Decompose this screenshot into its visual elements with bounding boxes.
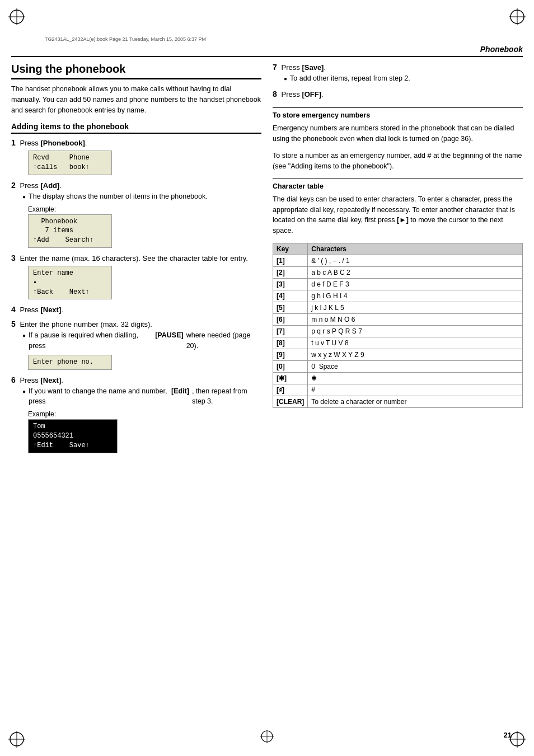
step-1: 1 Press [Phonebook]. Rcvd Phone ↑calls b… bbox=[11, 138, 261, 175]
step-2: 2 Press [Add]. The display shows the num… bbox=[11, 181, 261, 248]
step-5-bullet: If a pause is required when dialling, pr… bbox=[22, 330, 261, 351]
step-1-display: Rcvd Phone ↑calls book↑ bbox=[28, 151, 261, 175]
char-table-header-chars: Characters bbox=[308, 243, 523, 255]
table-row: [9] w x y z W X Y Z 9 bbox=[273, 349, 523, 360]
key-chars: j k l J K L 5 bbox=[308, 302, 523, 313]
table-row: [♯] # bbox=[273, 384, 523, 396]
key-chars: p q r s P Q R S 7 bbox=[308, 325, 523, 337]
key-label: [1] bbox=[273, 255, 308, 266]
key-label: [♯] bbox=[273, 384, 308, 396]
key-chars: & ' ( ) , – . / 1 bbox=[308, 255, 523, 266]
table-row: [6] m n o M N O 6 bbox=[273, 313, 523, 325]
step-3-display: Enter name ▪ ↑Back Next↑ bbox=[28, 266, 261, 299]
step-6-example-label: Example: bbox=[28, 410, 261, 418]
table-row: [CLEAR] To delete a character or number bbox=[273, 396, 523, 407]
section-title: Using the phonebook bbox=[11, 63, 261, 79]
key-chars: 0 Space bbox=[308, 360, 523, 372]
step-5: 5 Enter the phone number (max. 32 digits… bbox=[11, 320, 261, 369]
table-row: [1] & ' ( ) , – . / 1 bbox=[273, 255, 523, 266]
key-chars: d e f D E F 3 bbox=[308, 278, 523, 290]
key-label: [7] bbox=[273, 325, 308, 337]
char-table-header-key: Key bbox=[273, 243, 308, 255]
file-info: TG2431AL_2432AL(e).book Page 21 Tuesday,… bbox=[45, 36, 523, 42]
emergency-section: To store emergency numbers Emergency num… bbox=[273, 107, 523, 172]
step-2-display: Example: Phonebook 7 items ↑Add Search↑ bbox=[28, 205, 261, 248]
step-7-bullet: To add other items, repeat from step 2. bbox=[284, 73, 523, 84]
key-label: [4] bbox=[273, 290, 308, 302]
key-chars: ✱ bbox=[308, 372, 523, 384]
key-label: [5] bbox=[273, 302, 308, 313]
table-row: [3] d e f D E F 3 bbox=[273, 278, 523, 290]
subsection-title: Adding items to the phonebook bbox=[11, 122, 261, 134]
emergency-text2: To store a number as an emergency number… bbox=[273, 151, 523, 172]
table-row: [2] a b c A B C 2 bbox=[273, 266, 523, 278]
step-2-bullet: The display shows the number of items in… bbox=[22, 191, 261, 202]
corner-mark-bl bbox=[8, 731, 25, 748]
key-chars: To delete a character or number bbox=[308, 396, 523, 407]
step-6-number: 6 Press [Next]. bbox=[11, 375, 261, 384]
left-column: Using the phonebook The handset phoneboo… bbox=[11, 63, 261, 459]
step-6: 6 Press [Next]. If you want to change th… bbox=[11, 375, 261, 453]
bottom-center-mark bbox=[260, 730, 274, 745]
two-column-layout: Using the phonebook The handset phoneboo… bbox=[11, 63, 523, 459]
step-1-number: 1 Press [Phonebook]. bbox=[11, 138, 261, 147]
step-2-number: 2 Press [Add]. bbox=[11, 181, 261, 190]
key-label: [3] bbox=[273, 278, 308, 290]
table-row: [7] p q r s P Q R S 7 bbox=[273, 325, 523, 337]
key-chars: # bbox=[308, 384, 523, 396]
emergency-title: To store emergency numbers bbox=[273, 111, 523, 121]
key-chars: a b c A B C 2 bbox=[308, 266, 523, 278]
step-8-number: 8 Press [OFF]. bbox=[273, 90, 523, 98]
step-6-bullet: If you want to change the name and numbe… bbox=[22, 386, 261, 407]
right-column: 7 Press [Save]. To add other items, repe… bbox=[273, 63, 523, 459]
step-3: 3 Enter the name (max. 16 characters). S… bbox=[11, 253, 261, 299]
step-7-number: 7 Press [Save]. bbox=[273, 63, 523, 72]
char-table-title: Character table bbox=[273, 182, 523, 192]
key-label: [CLEAR] bbox=[273, 396, 308, 407]
page-number: 21 bbox=[504, 731, 512, 739]
step-4: 4 Press [Next]. bbox=[11, 305, 261, 314]
step-8: 8 Press [OFF]. bbox=[273, 90, 523, 98]
char-table: Key Characters [1] & ' ( ) , – . / 1 [2]… bbox=[273, 243, 523, 408]
page-wrapper: TG2431AL_2432AL(e).book Page 21 Tuesday,… bbox=[0, 0, 534, 756]
key-label: [9] bbox=[273, 349, 308, 360]
step-7: 7 Press [Save]. To add other items, repe… bbox=[273, 63, 523, 84]
corner-mark-tr bbox=[509, 8, 526, 25]
step-3-number: 3 Enter the name (max. 16 characters). S… bbox=[11, 253, 261, 262]
char-table-intro: The dial keys can be used to enter chara… bbox=[273, 194, 523, 236]
key-chars: m n o M N O 6 bbox=[308, 313, 523, 325]
step-2-example-label: Example: bbox=[28, 205, 261, 213]
page-header-title: Phonebook bbox=[480, 45, 523, 54]
step-4-number: 4 Press [Next]. bbox=[11, 305, 261, 314]
table-row: [4] g h i G H I 4 bbox=[273, 290, 523, 302]
step-6-display: Example: Tom 0555654321 ↑Edit Save↑ bbox=[28, 410, 261, 453]
key-chars: g h i G H I 4 bbox=[308, 290, 523, 302]
key-label: [8] bbox=[273, 337, 308, 349]
emergency-text1: Emergency numbers are numbers stored in … bbox=[273, 123, 523, 144]
key-chars: t u v T U V 8 bbox=[308, 337, 523, 349]
table-row: [✱] ✱ bbox=[273, 372, 523, 384]
intro-text: The handset phonebook allows you to make… bbox=[11, 84, 261, 115]
page-header: Phonebook bbox=[11, 45, 523, 57]
step-5-display: Enter phone no. bbox=[28, 355, 261, 370]
key-label: [✱] bbox=[273, 372, 308, 384]
table-row: [0] 0 Space bbox=[273, 360, 523, 372]
key-label: [6] bbox=[273, 313, 308, 325]
step-5-number: 5 Enter the phone number (max. 32 digits… bbox=[11, 320, 261, 328]
corner-mark-tl bbox=[8, 8, 25, 25]
key-label: [0] bbox=[273, 360, 308, 372]
char-table-section: Character table The dial keys can be use… bbox=[273, 179, 523, 408]
key-chars: w x y z W X Y Z 9 bbox=[308, 349, 523, 360]
table-row: [5] j k l J K L 5 bbox=[273, 302, 523, 313]
key-label: [2] bbox=[273, 266, 308, 278]
table-row: [8] t u v T U V 8 bbox=[273, 337, 523, 349]
